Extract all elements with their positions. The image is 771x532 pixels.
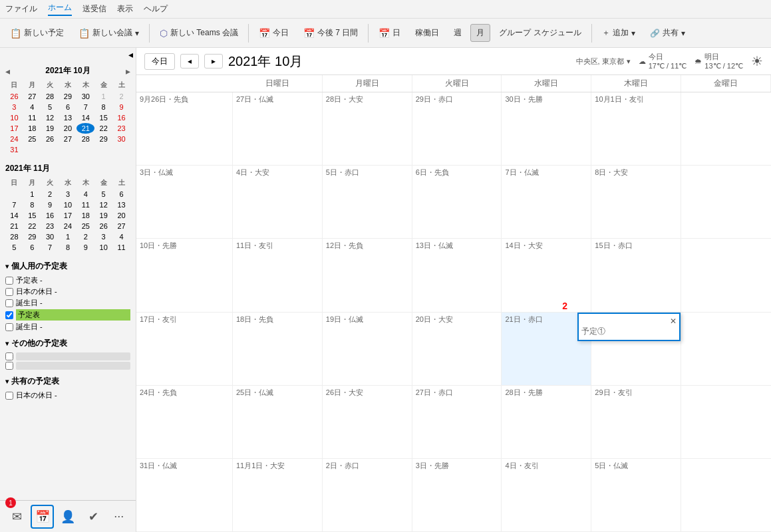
mini-cal-day[interactable]: 9 bbox=[77, 242, 94, 253]
mini-cal-day[interactable]: 7 bbox=[77, 102, 94, 112]
other-calendar-item[interactable] bbox=[5, 361, 130, 370]
mini-cal-day[interactable]: 23 bbox=[112, 123, 130, 134]
mini-cal-day[interactable]: 23 bbox=[41, 221, 59, 231]
mini-cal-day[interactable]: 2 bbox=[112, 91, 130, 102]
mini-cal-day[interactable]: 13 bbox=[59, 112, 77, 123]
mini-cal-day[interactable]: 5 bbox=[41, 102, 59, 112]
calendar-day[interactable]: 15日・赤口 bbox=[591, 239, 681, 311]
calendar-day[interactable]: 11日・友引 bbox=[233, 239, 323, 311]
calendar-day[interactable]: 11月1日・大安 bbox=[233, 459, 323, 531]
calendar-next-button[interactable]: ▸ bbox=[204, 54, 223, 68]
mini-cal-day[interactable]: 12 bbox=[41, 112, 59, 123]
calendar-day[interactable]: 27日・仏滅 bbox=[233, 92, 323, 165]
calendar-day[interactable]: 14日・大安 bbox=[502, 239, 591, 311]
calendar-day[interactable]: 8日・大安 bbox=[591, 166, 681, 238]
mini-cal-day[interactable]: 30 bbox=[112, 134, 130, 144]
mini-cal-day[interactable]: 28 bbox=[41, 91, 59, 102]
mini-cal-day[interactable]: 7 bbox=[41, 242, 59, 253]
personal-calendar-item[interactable]: 誕生日 - bbox=[5, 321, 130, 332]
calendar-day[interactable]: 29日・赤口 bbox=[412, 92, 502, 165]
calendar-day[interactable]: 31日・仏滅 bbox=[136, 459, 233, 531]
mini-cal-day[interactable]: 10 bbox=[59, 200, 77, 210]
calendar-day[interactable]: 4日・大安 bbox=[233, 166, 323, 238]
mini-cal-day[interactable]: 3 bbox=[94, 231, 112, 242]
calendar-day[interactable]: 17日・友引 bbox=[136, 313, 233, 385]
mini-cal-day[interactable]: 18 bbox=[77, 210, 94, 221]
mini-cal-day[interactable]: 24 bbox=[5, 134, 23, 144]
mini-cal-day[interactable]: 14 bbox=[77, 112, 94, 123]
mini-cal-day[interactable]: 26 bbox=[94, 221, 112, 231]
mini-cal-day[interactable]: 31 bbox=[5, 144, 23, 155]
group-schedule-button[interactable]: グループ スケジュール bbox=[493, 24, 587, 42]
mini-cal-day[interactable]: 14 bbox=[5, 210, 23, 221]
calendar-day[interactable]: 2✕予定① bbox=[591, 313, 681, 385]
personal-calendar-item[interactable]: 誕生日 - bbox=[5, 297, 130, 309]
mini-cal-day[interactable]: 3 bbox=[5, 102, 23, 112]
calendar-day[interactable]: 20日・大安 bbox=[412, 313, 502, 385]
day-view-button[interactable]: 📅 日 bbox=[373, 24, 406, 42]
calendar-day[interactable]: 6日・先負 bbox=[412, 166, 502, 238]
calendar-day[interactable]: 18日・先負 bbox=[233, 313, 323, 385]
mini-cal-day[interactable] bbox=[77, 144, 94, 155]
mini-cal-day[interactable] bbox=[112, 144, 130, 155]
calendar-day[interactable]: 13日・仏滅 bbox=[412, 239, 502, 311]
mini-cal-day[interactable]: 12 bbox=[94, 200, 112, 210]
mini-cal-day[interactable]: 9 bbox=[41, 200, 59, 210]
menu-help[interactable]: ヘルプ bbox=[144, 3, 168, 15]
next7-button[interactable]: 📅 今後 7 日間 bbox=[297, 24, 364, 42]
share-button[interactable]: 🔗 共有 ▾ bbox=[644, 24, 691, 42]
menu-home[interactable]: ホーム bbox=[48, 2, 72, 16]
mail-nav-button[interactable]: ✉ bbox=[5, 505, 28, 529]
calendar-today-button[interactable]: 今日 bbox=[144, 53, 175, 70]
menu-file[interactable]: ファイル bbox=[5, 3, 37, 15]
mini-cal-day[interactable]: 3 bbox=[59, 189, 77, 200]
mini-cal-day[interactable]: 26 bbox=[5, 91, 23, 102]
mini-cal-day[interactable]: 21 bbox=[77, 123, 94, 134]
mini-cal-day[interactable]: 2 bbox=[41, 189, 59, 200]
calendar-day[interactable]: 10月1日・友引 bbox=[591, 92, 681, 165]
calendar-day[interactable]: 26日・大安 bbox=[323, 386, 412, 458]
personal-section-header[interactable]: ▾ 個人用の予定表 bbox=[5, 261, 130, 272]
personal-calendar-item[interactable]: 予定表 bbox=[5, 309, 130, 321]
calendar-day[interactable]: 28日・先勝 bbox=[502, 386, 591, 458]
mini-cal-day[interactable]: 19 bbox=[94, 210, 112, 221]
next-month-button[interactable]: ▸ bbox=[126, 66, 130, 76]
mini-cal-day[interactable] bbox=[5, 189, 23, 200]
mini-cal-day[interactable]: 27 bbox=[59, 134, 77, 144]
calendar-day[interactable]: 27日・赤口 bbox=[412, 386, 502, 458]
people-nav-button[interactable]: 👤 bbox=[57, 505, 79, 529]
calendar-day[interactable]: 3日・先勝 bbox=[412, 459, 502, 531]
mini-cal-day[interactable]: 26 bbox=[41, 134, 59, 144]
calendar-day[interactable]: 5日・赤口 bbox=[323, 166, 412, 238]
mini-cal-day[interactable]: 10 bbox=[94, 242, 112, 253]
mini-cal-day[interactable]: 4 bbox=[77, 189, 94, 200]
mini-cal-day[interactable]: 10 bbox=[5, 112, 23, 123]
calendar-day[interactable]: 12日・先負 bbox=[323, 239, 412, 311]
mini-cal-day[interactable]: 20 bbox=[59, 123, 77, 134]
mini-cal-day[interactable]: 22 bbox=[94, 123, 112, 134]
calendar-day[interactable]: 28日・大安 bbox=[323, 92, 412, 165]
mini-cal-day[interactable]: 19 bbox=[41, 123, 59, 134]
new-event-button[interactable]: 📋 新しい予定 bbox=[4, 24, 70, 42]
mini-cal-day[interactable]: 6 bbox=[112, 189, 130, 200]
mini-cal-day[interactable]: 13 bbox=[112, 200, 130, 210]
calendar-day[interactable]: 3日・仏滅 bbox=[136, 166, 233, 238]
work-day-button[interactable]: 稼働日 bbox=[409, 24, 445, 42]
mini-cal-day[interactable]: 4 bbox=[23, 102, 41, 112]
mini-cal-day[interactable]: 15 bbox=[94, 112, 112, 123]
mini-cal-day[interactable]: 27 bbox=[112, 221, 130, 231]
mini-cal-day[interactable]: 15 bbox=[23, 210, 41, 221]
calendar-prev-button[interactable]: ◂ bbox=[180, 54, 199, 68]
mini-cal-day[interactable]: 17 bbox=[59, 210, 77, 221]
personal-calendar-item[interactable]: 予定表 - bbox=[5, 275, 130, 286]
menu-view[interactable]: 表示 bbox=[117, 3, 133, 15]
mini-cal-day[interactable]: 1 bbox=[23, 189, 41, 200]
mini-cal-day[interactable]: 8 bbox=[23, 200, 41, 210]
add-button[interactable]: ＋ 追加 ▾ bbox=[596, 24, 641, 42]
new-teams-meeting-button[interactable]: ⬡ 新しい Teams 会議 bbox=[154, 24, 244, 42]
mini-cal-day[interactable]: 30 bbox=[41, 231, 59, 242]
mini-cal-day[interactable]: 4 bbox=[112, 231, 130, 242]
mini-cal-day[interactable]: 25 bbox=[23, 134, 41, 144]
mini-cal-day[interactable]: 28 bbox=[5, 231, 23, 242]
calendar-day[interactable]: 7日・仏滅 bbox=[502, 166, 591, 238]
